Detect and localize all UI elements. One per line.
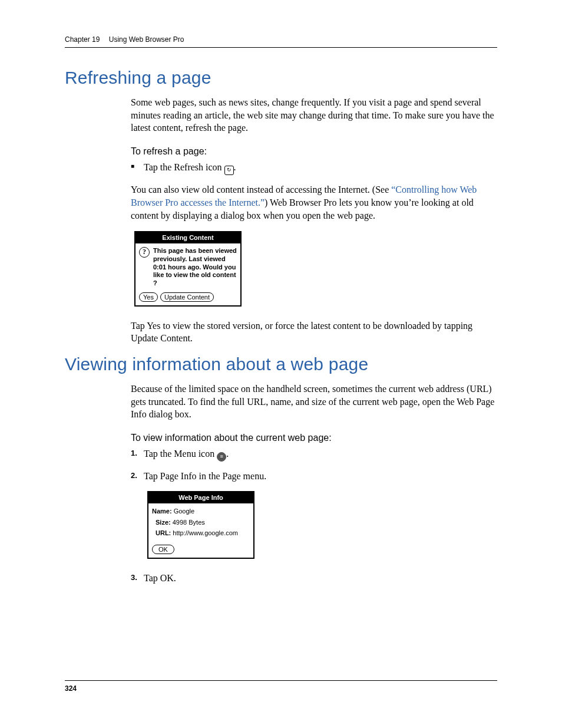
section1-intro: Some web pages, such as news sites, chan… <box>131 96 497 134</box>
running-header: Chapter 19 Using Web Browser Pro <box>65 35 497 48</box>
url-value: http://www.google.com <box>171 529 238 536</box>
section-heading-viewing: Viewing information about a web page <box>65 354 497 374</box>
refresh-steps-list: Tap the Refresh icon ↻. <box>131 161 497 175</box>
section2-intro: Because of the limited space on the hand… <box>131 383 497 421</box>
web-page-info-titlebar: Web Page Info <box>148 492 253 503</box>
existing-content-message: This page has been viewed previously. La… <box>153 247 237 288</box>
viewinfo-step3: Tap OK. <box>131 572 497 585</box>
section2-subhead: To view information about the current we… <box>131 431 497 444</box>
section1-closing: Tap Yes to view the stored version, or f… <box>131 319 497 345</box>
page-container: Chapter 19 Using Web Browser Pro Refresh… <box>0 0 562 728</box>
page-footer: 324 <box>65 680 497 693</box>
existing-content-body: ? This page has been viewed previously. … <box>135 243 240 290</box>
section1-oldcontent-para: You can also view old content instead of… <box>131 183 497 222</box>
section1-body: Some web pages, such as news sites, chan… <box>131 96 497 345</box>
refresh-step1-text-pre: Tap the Refresh icon <box>144 162 224 172</box>
refresh-step1: Tap the Refresh icon ↻. <box>131 161 497 175</box>
ok-button[interactable]: OK <box>152 545 174 554</box>
existing-content-buttons: Yes Update Content <box>135 290 240 305</box>
name-value: Google <box>172 508 195 515</box>
web-page-info-buttons: OK <box>148 542 253 558</box>
viewinfo-steps: Tap the Menu icon ≡. Tap Page Info in th… <box>131 447 497 585</box>
url-label: URL: <box>156 529 171 536</box>
existing-content-dialog: Existing Content ? This page has been vi… <box>134 231 242 307</box>
viewinfo-step2: Tap Page Info in the Page menu. Web Page… <box>131 470 497 559</box>
viewinfo-step1-pre: Tap the Menu icon <box>144 449 217 459</box>
chapter-title: Using Web Browser Pro <box>109 35 184 44</box>
name-label: Name: <box>152 508 172 515</box>
menu-icon: ≡ <box>217 452 226 462</box>
web-page-info-dialog: Web Page Info Name: Google Size: 4998 By… <box>147 491 254 559</box>
viewinfo-step3-text: Tap OK. <box>144 573 176 583</box>
yes-button[interactable]: Yes <box>139 292 158 302</box>
size-value: 4998 Bytes <box>171 519 205 526</box>
refresh-step1-text-post: . <box>234 162 236 172</box>
page-number: 324 <box>65 684 77 693</box>
viewinfo-step1-post: . <box>226 449 229 459</box>
section1-subhead: To refresh a page: <box>131 145 497 158</box>
web-page-info-body: Name: Google Size: 4998 Bytes URL: http:… <box>148 503 253 543</box>
section2-body: Because of the limited space on the hand… <box>131 383 497 585</box>
info-name-row: Name: Google <box>152 507 250 516</box>
viewinfo-step1: Tap the Menu icon ≡. <box>131 447 497 462</box>
refresh-icon: ↻ <box>224 166 234 175</box>
info-url-row: URL: http://www.google.com <box>152 529 250 538</box>
info-size-row: Size: 4998 Bytes <box>152 518 250 527</box>
existing-content-titlebar: Existing Content <box>135 232 240 243</box>
oldcontent-pre: You can also view old content instead of… <box>131 185 391 195</box>
update-content-button[interactable]: Update Content <box>160 292 214 302</box>
chapter-label: Chapter 19 <box>65 35 100 44</box>
question-icon: ? <box>139 247 150 258</box>
viewinfo-step2-text: Tap Page Info in the Page menu. <box>144 471 266 481</box>
section-heading-refreshing: Refreshing a page <box>65 68 497 88</box>
size-label: Size: <box>156 519 171 526</box>
